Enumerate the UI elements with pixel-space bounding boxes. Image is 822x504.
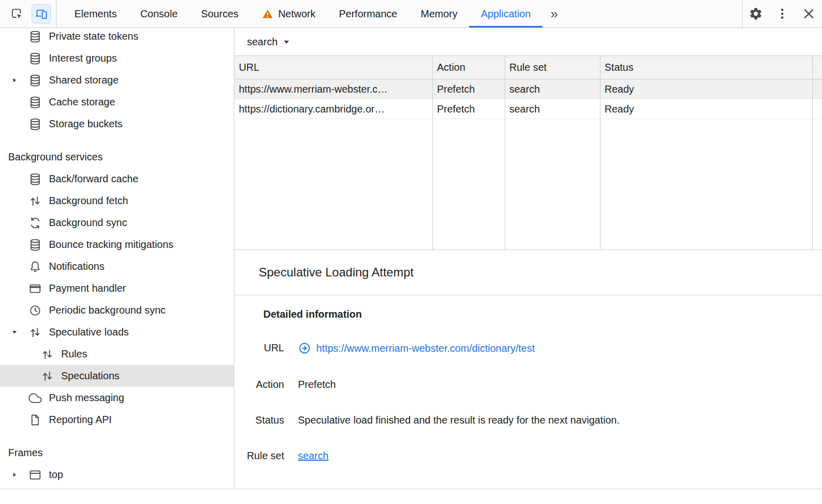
expander-slot [8, 471, 29, 479]
sidebar-item-label: Interest groups [49, 52, 117, 64]
application-sidebar[interactable]: Private state tokens Interest groups Sha… [0, 28, 234, 489]
sidebar-item-label: Rules [61, 348, 87, 360]
column-header-rule-set[interactable]: Rule set [505, 56, 600, 79]
sidebar-item-reporting-api[interactable]: Reporting API [0, 409, 234, 431]
database-icon [29, 173, 42, 186]
up-down-arrows-icon [29, 326, 42, 339]
inspect-cursor-icon [10, 7, 23, 20]
rule-set-filter-dropdown[interactable]: search [247, 36, 290, 48]
sidebar-item-rules[interactable]: Rules [0, 343, 234, 365]
triangle-right-icon[interactable] [11, 76, 18, 84]
detail-row-status: Status Speculative load finished and the… [242, 414, 802, 426]
cell-rule-set: search [505, 99, 600, 119]
column-resizer[interactable] [812, 56, 813, 249]
rule-set-filter-label: search [247, 36, 278, 48]
sidebar-item-back-forward-cache[interactable]: Back/forward cache [0, 168, 234, 190]
sidebar-item-label: Reporting API [49, 414, 112, 426]
payment-card-icon [29, 282, 42, 295]
three-dots-icon [775, 7, 789, 21]
cell-status: Ready [600, 99, 822, 119]
bottom-edge [0, 489, 822, 504]
open-link-icon[interactable] [298, 342, 311, 355]
details-title: Detailed information [263, 309, 802, 320]
detail-label-url: URL [242, 342, 284, 355]
sidebar-item-notifications[interactable]: Notifications [0, 256, 234, 277]
more-tabs-button[interactable]: » [542, 0, 566, 27]
up-down-arrows-icon [41, 370, 54, 383]
tab-label: Network [278, 8, 315, 20]
table-row[interactable]: https://dictionary.cambridge.or… Prefetc… [234, 99, 822, 119]
tab-console[interactable]: Console [128, 0, 189, 27]
database-icon [29, 52, 42, 65]
tab-label: Application [481, 8, 531, 20]
menu-button[interactable] [769, 0, 796, 27]
column-resizer[interactable] [600, 56, 600, 249]
sidebar-item-label: Speculative loads [49, 326, 129, 338]
up-down-arrows-icon [29, 194, 42, 208]
sidebar-item-label: Bounce tracking mitigations [49, 239, 174, 250]
detail-label-status: Status [242, 414, 284, 426]
toolbar-right [742, 0, 822, 27]
sidebar-item-label: Cache storage [49, 96, 115, 108]
sidebar-item-interest-groups[interactable]: Interest groups [0, 47, 234, 69]
tab-elements[interactable]: Elements [63, 0, 128, 27]
more-tabs-chevron-icon: » [551, 6, 558, 22]
column-header-action[interactable]: Action [432, 56, 505, 79]
toolbar-divider [56, 0, 57, 27]
sidebar-item-speculations[interactable]: Speculations [0, 365, 234, 387]
column-resizer[interactable] [432, 56, 433, 249]
detail-value-status: Speculative load finished and the result… [298, 414, 620, 426]
sidebar-item-private-state-tokens[interactable]: Private state tokens [0, 28, 234, 47]
warning-icon [262, 8, 273, 20]
sidebar-item-shared-storage[interactable]: Shared storage [0, 69, 234, 91]
tab-network[interactable]: Network [250, 0, 327, 27]
rule-set-link[interactable]: search [298, 450, 328, 462]
sidebar-item-label: Background fetch [49, 195, 128, 207]
toolbar-left [0, 0, 51, 27]
detail-value-action: Prefetch [298, 378, 336, 390]
tab-label: Console [140, 8, 177, 20]
column-resizer[interactable] [505, 56, 505, 249]
column-header-url[interactable]: URL [234, 56, 432, 79]
sidebar-item-storage-buckets[interactable]: Storage buckets [0, 113, 234, 135]
chevron-down-icon [283, 38, 290, 46]
sidebar-item-periodic-background-sync[interactable]: Periodic background sync [0, 299, 234, 321]
sidebar-item-cache-storage[interactable]: Cache storage [0, 91, 234, 113]
triangle-right-icon[interactable] [11, 471, 18, 479]
detail-row-action: Action Prefetch [242, 378, 802, 390]
table-row[interactable]: https://www.merriam-webster.c… Prefetch … [234, 79, 822, 99]
tab-application[interactable]: Application [469, 0, 542, 27]
triangle-down-icon[interactable] [11, 328, 18, 336]
sidebar-item-background-sync[interactable]: Background sync [0, 212, 234, 234]
sidebar-item-label: Periodic background sync [49, 304, 166, 316]
settings-button[interactable] [743, 0, 769, 27]
tab-sources[interactable]: Sources [189, 0, 250, 27]
column-header-status[interactable]: Status [600, 56, 822, 79]
close-icon [802, 7, 816, 21]
cell-url: https://www.merriam-webster.c… [234, 79, 432, 99]
database-icon [29, 96, 42, 109]
speculations-view: search URL Action Rule set Status https:… [234, 28, 822, 489]
sidebar-item-payment-handler[interactable]: Payment handler [0, 277, 234, 299]
close-devtools-button[interactable] [796, 0, 822, 27]
sidebar-item-top-frame[interactable]: top [0, 464, 234, 486]
tab-performance[interactable]: Performance [327, 0, 409, 27]
sidebar-item-speculative-loads[interactable]: Speculative loads [0, 321, 234, 343]
sidebar-item-bounce-tracking-mitigations[interactable]: Bounce tracking mitigations [0, 234, 234, 256]
cell-action: Prefetch [432, 99, 505, 119]
tab-label: Memory [421, 8, 457, 20]
inspect-element-button[interactable] [7, 4, 26, 23]
attempt-url-link[interactable]: https://www.merriam-webster.com/dictiona… [316, 342, 535, 354]
detail-row-rule-set: Rule set search [242, 450, 802, 462]
sidebar-list: Private state tokens Interest groups Sha… [0, 28, 234, 486]
gear-icon [749, 7, 763, 21]
tab-memory[interactable]: Memory [409, 0, 469, 27]
expander-slot [8, 328, 29, 336]
tab-label: Performance [339, 8, 398, 20]
tab-label: Elements [74, 8, 117, 20]
sidebar-item-background-fetch[interactable]: Background fetch [0, 190, 234, 212]
toggle-device-toolbar-button[interactable] [32, 4, 51, 23]
up-down-arrows-icon [41, 348, 54, 361]
sidebar-item-push-messaging[interactable]: Push messaging [0, 387, 234, 409]
speculations-toolbar: search [234, 28, 822, 55]
